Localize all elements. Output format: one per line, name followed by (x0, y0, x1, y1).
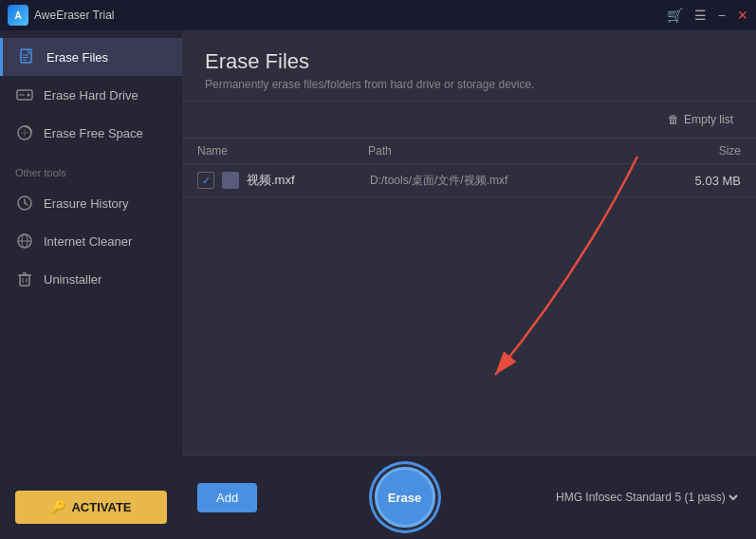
menu-icon[interactable]: ☰ (694, 8, 707, 23)
erase-btn-container: Erase (375, 467, 435, 528)
key-icon: 🔑 (50, 500, 65, 514)
file-name: 视频.mxf (247, 172, 370, 189)
trash-icon (15, 270, 34, 288)
minimize-icon[interactable]: − (718, 8, 726, 23)
sidebar-item-erase-hard-drive[interactable]: Erase Hard Drive (0, 76, 182, 114)
col-header-name: Name (197, 144, 368, 158)
sidebar-item-uninstaller[interactable]: Uninstaller (0, 260, 182, 298)
sidebar-label-erase-hard-drive: Erase Hard Drive (44, 88, 138, 102)
sidebar-item-erase-files[interactable]: Erase Files (0, 38, 182, 76)
app-title: AweEraser Trial (34, 9, 114, 22)
toolbar: 🗑 Empty list (182, 102, 756, 139)
file-size: 5.03 MB (665, 174, 741, 188)
free-space-icon (15, 123, 34, 142)
standard-selector[interactable]: HMG Infosec Standard 5 (1 pass) (552, 490, 741, 505)
hdd-icon (15, 85, 34, 104)
sidebar-item-erasure-history[interactable]: Erasure History (0, 184, 182, 222)
sidebar-label-uninstaller: Uninstaller (44, 272, 101, 287)
cart-icon[interactable]: 🛒 (667, 8, 683, 23)
svg-point-5 (28, 94, 30, 97)
title-bar-left: A AweEraser Trial (8, 5, 114, 26)
sidebar: Erase Files Erase Hard Drive Erase F (0, 30, 182, 539)
sidebar-label-erasure-history: Erasure History (44, 196, 129, 211)
content-header: Erase Files Permanently erase files/fold… (182, 30, 756, 102)
file-table: Name Path Size ✓ 视频.mxf D:/tools/桌面/文件/视… (182, 139, 756, 455)
other-tools-label: Other tools (0, 152, 182, 184)
page-title: Erase Files (205, 49, 733, 74)
sidebar-item-erase-free-space[interactable]: Erase Free Space (0, 114, 182, 152)
sidebar-label-erase-files: Erase Files (46, 50, 108, 65)
clock-icon (15, 194, 34, 213)
app-logo: A (8, 5, 28, 26)
col-header-size: Size (665, 144, 741, 158)
standard-dropdown[interactable]: HMG Infosec Standard 5 (1 pass) (552, 490, 741, 505)
title-bar: A AweEraser Trial 🛒 ☰ − ✕ (0, 0, 756, 30)
file-doc-icon (18, 47, 37, 66)
svg-line-10 (25, 203, 28, 205)
svg-rect-0 (21, 49, 31, 63)
svg-rect-14 (20, 275, 29, 286)
table-row[interactable]: ✓ 视频.mxf D:/tools/桌面/文件/视频.mxf 5.03 MB (182, 164, 756, 197)
add-button[interactable]: Add (197, 483, 257, 512)
main-content: Erase Files Permanently erase files/fold… (182, 30, 756, 539)
bottom-bar: Add Erase HMG Infosec Standard 5 (1 pass… (182, 455, 756, 539)
activate-button[interactable]: 🔑 ACTIVATE (15, 491, 167, 524)
globe-icon (15, 232, 34, 251)
standard-label: HMG Infosec Standard 5 (1 pass) (552, 490, 741, 505)
title-bar-controls: 🛒 ☰ − ✕ (667, 8, 748, 23)
table-header: Name Path Size (182, 139, 756, 164)
erase-button[interactable]: Erase (375, 467, 435, 528)
app-container: Erase Files Erase Hard Drive Erase F (0, 30, 756, 539)
sidebar-label-erase-free-space: Erase Free Space (44, 126, 143, 140)
col-header-path: Path (368, 144, 665, 158)
file-path: D:/tools/桌面/文件/视频.mxf (370, 173, 665, 189)
row-checkbox[interactable]: ✓ (197, 172, 214, 189)
page-subtitle: Permanently erase files/folders from har… (205, 78, 733, 91)
file-type-icon (222, 172, 239, 189)
activate-label: ACTIVATE (71, 500, 131, 514)
sidebar-item-internet-cleaner[interactable]: Internet Cleaner (0, 222, 182, 260)
trash-small-icon: 🗑 (668, 113, 679, 126)
empty-list-label: Empty list (684, 113, 733, 126)
sidebar-label-internet-cleaner: Internet Cleaner (44, 234, 132, 249)
close-icon[interactable]: ✕ (737, 8, 748, 23)
empty-list-button[interactable]: 🗑 Empty list (660, 109, 741, 130)
